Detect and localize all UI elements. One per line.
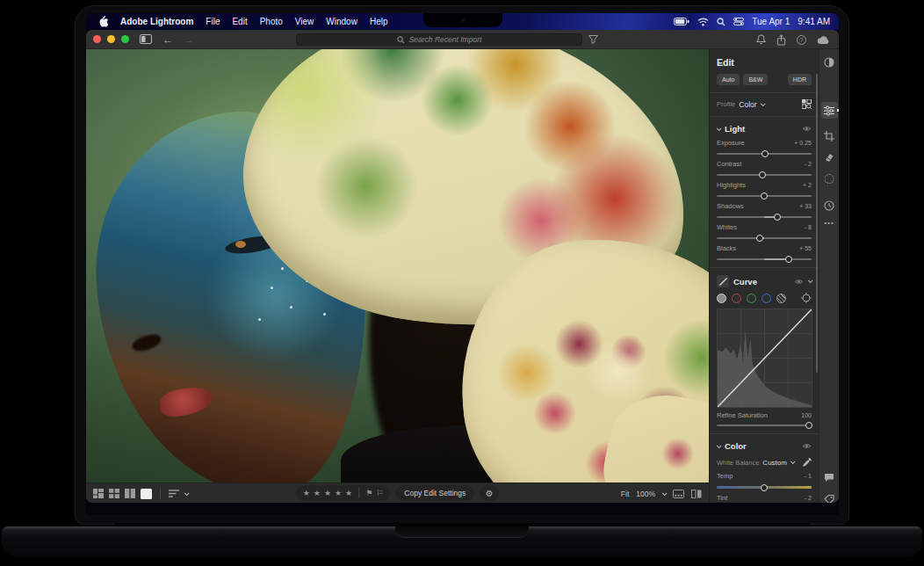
- color-section-header[interactable]: Color: [717, 441, 812, 451]
- photo-grid-view-icon[interactable]: [93, 489, 104, 498]
- compare-view-icon[interactable]: [125, 489, 135, 498]
- white-balance-chevron-icon[interactable]: [790, 459, 796, 464]
- pick-flag-icon[interactable]: ⚑: [365, 490, 372, 497]
- fit-label[interactable]: Fit: [621, 490, 629, 498]
- light-section-header[interactable]: Light: [717, 124, 812, 134]
- star-rating-1[interactable]: ★: [303, 490, 310, 497]
- temp-slider-track[interactable]: [717, 486, 812, 489]
- settings-gear-icon[interactable]: ⚙: [480, 485, 499, 501]
- curve-visibility-eye-icon[interactable]: [794, 279, 804, 285]
- masking-icon[interactable]: [825, 174, 834, 184]
- menu-app-name[interactable]: Adobe Lightroom: [120, 17, 193, 26]
- zoom-level[interactable]: 100%: [636, 490, 655, 498]
- profile-chevron-icon[interactable]: [760, 101, 765, 106]
- slider-track[interactable]: [717, 174, 812, 176]
- color-visibility-eye-icon[interactable]: [802, 443, 812, 449]
- wifi-icon[interactable]: [697, 18, 709, 26]
- slider-knob[interactable]: [759, 171, 766, 178]
- slider-temp: Temp- 1: [717, 472, 812, 489]
- slider-knob[interactable]: [785, 256, 792, 263]
- minimize-button[interactable]: [107, 35, 115, 43]
- notifications-bell-icon[interactable]: [756, 34, 766, 45]
- slider-knob[interactable]: [756, 235, 763, 242]
- slider-label: Highlights: [717, 181, 746, 189]
- control-center-icon[interactable]: [733, 18, 744, 25]
- photo-glitter: [281, 267, 284, 270]
- zoom-button[interactable]: [121, 35, 129, 43]
- menu-help[interactable]: Help: [370, 17, 388, 26]
- star-rating-2[interactable]: ★: [314, 490, 321, 497]
- eyedropper-icon[interactable]: [803, 458, 812, 467]
- comments-icon[interactable]: [824, 473, 834, 483]
- spotlight-icon[interactable]: [717, 18, 725, 26]
- cloud-sync-icon[interactable]: [817, 35, 830, 45]
- slider-track[interactable]: [717, 195, 812, 197]
- menubar-time[interactable]: 9:41 AM: [798, 17, 830, 26]
- copy-edit-settings-button[interactable]: Copy Edit Settings: [395, 485, 474, 501]
- refine-saturation-track[interactable]: [717, 424, 812, 426]
- white-balance-dropdown[interactable]: Custom: [762, 459, 787, 467]
- square-grid-view-icon[interactable]: [109, 489, 119, 498]
- menu-edit[interactable]: Edit: [232, 17, 247, 26]
- menubar-date[interactable]: Tue Apr 1: [752, 17, 790, 26]
- menu-window[interactable]: Window: [326, 17, 357, 26]
- curve-channel-blue[interactable]: [762, 294, 771, 303]
- curve-chevron-icon[interactable]: [808, 278, 813, 283]
- bw-button[interactable]: B&W: [743, 74, 768, 85]
- grid-overlay-icon[interactable]: [673, 490, 684, 498]
- detail-view-icon[interactable]: [141, 489, 152, 499]
- versions-history-icon[interactable]: [824, 200, 834, 211]
- photo-canvas[interactable]: [86, 49, 709, 483]
- curve-channel-red[interactable]: [732, 294, 741, 303]
- menu-view[interactable]: View: [295, 17, 314, 26]
- curve-targeted-adjust-icon[interactable]: [801, 293, 812, 303]
- slider-track[interactable]: [717, 237, 812, 239]
- before-after-icon[interactable]: [691, 490, 702, 498]
- slider-knob[interactable]: [761, 484, 768, 491]
- profile-dropdown[interactable]: Color: [739, 100, 756, 109]
- curve-section-header[interactable]: Curve: [717, 275, 812, 287]
- crop-icon[interactable]: [824, 131, 834, 142]
- search-input[interactable]: Search Recent Import: [296, 33, 582, 46]
- battery-icon[interactable]: [674, 18, 689, 25]
- help-icon[interactable]: ?: [797, 35, 806, 45]
- browse-profiles-icon[interactable]: [802, 99, 812, 109]
- sort-icon[interactable]: [169, 490, 179, 497]
- edit-sliders-icon[interactable]: [824, 105, 834, 116]
- light-visibility-eye-icon[interactable]: [802, 126, 812, 132]
- healing-icon[interactable]: [824, 152, 834, 163]
- menu-file[interactable]: File: [206, 17, 220, 26]
- sort-chevron-icon[interactable]: [184, 490, 190, 496]
- star-rating-5[interactable]: ★: [345, 490, 352, 497]
- star-rating-4[interactable]: ★: [335, 490, 342, 497]
- slider-label: Temp: [717, 472, 733, 480]
- filter-icon[interactable]: [588, 35, 598, 44]
- panel-scrollbar[interactable]: [816, 74, 818, 373]
- back-arrow-icon[interactable]: ←: [162, 34, 173, 45]
- more-tools-icon[interactable]: •••: [824, 219, 834, 227]
- share-icon[interactable]: [776, 34, 786, 46]
- slider-knob[interactable]: [774, 214, 781, 221]
- slider-track[interactable]: [717, 153, 812, 155]
- apple-menu[interactable]: [98, 16, 108, 27]
- slider-knob[interactable]: [761, 192, 768, 200]
- sidebar-toggle-icon[interactable]: [140, 34, 152, 44]
- reject-flag-icon[interactable]: ⚐: [376, 490, 383, 497]
- slider-knob[interactable]: [762, 150, 769, 157]
- curve-channel-parametric[interactable]: [776, 294, 786, 303]
- slider-track[interactable]: [717, 216, 812, 218]
- slider-knob[interactable]: [805, 422, 812, 429]
- forward-arrow-icon[interactable]: →: [184, 34, 194, 45]
- auto-button[interactable]: Auto: [717, 74, 740, 85]
- presets-icon[interactable]: [824, 57, 834, 68]
- curve-channel-green[interactable]: [747, 294, 756, 303]
- zoom-chevron-icon[interactable]: [662, 490, 668, 496]
- close-button[interactable]: [93, 35, 101, 43]
- tone-curve-graph[interactable]: [717, 308, 812, 408]
- hdr-button[interactable]: HDR: [788, 74, 812, 85]
- slider-track[interactable]: [717, 258, 812, 260]
- curve-channel-all[interactable]: [717, 294, 726, 303]
- keywords-tag-icon[interactable]: [824, 495, 834, 503]
- menu-photo[interactable]: Photo: [260, 17, 283, 26]
- star-rating-3[interactable]: ★: [324, 490, 331, 497]
